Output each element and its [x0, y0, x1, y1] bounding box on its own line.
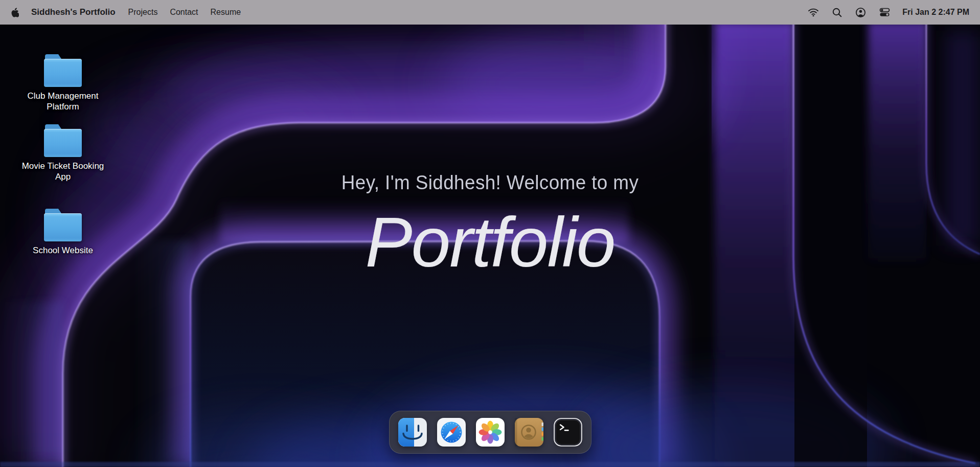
folder-body: [44, 129, 82, 157]
search-icon[interactable]: [832, 8, 842, 17]
folder-label: Movie Ticket Booking App: [19, 161, 106, 183]
control-center-icon[interactable]: [879, 8, 890, 17]
dock: [389, 411, 591, 454]
folder-label: Club Management Platform: [19, 91, 106, 113]
menu-item-resume[interactable]: Resume: [211, 8, 241, 17]
wallpaper: [0, 0, 980, 467]
dock-app-contacts[interactable]: [515, 418, 543, 447]
photos-icon: [476, 418, 505, 447]
dock-app-photos[interactable]: [476, 418, 505, 447]
folder-label: School Website: [33, 245, 93, 256]
desktop-screen: Siddhesh's Portfolio Projects Contact Re…: [0, 0, 980, 467]
desktop-folder-movie-ticket[interactable]: Movie Ticket Booking App: [19, 124, 106, 183]
menu-bar-left: Siddhesh's Portfolio Projects Contact Re…: [11, 7, 253, 17]
folder-icon: [44, 209, 82, 241]
apple-logo-icon[interactable]: [11, 8, 19, 17]
wifi-icon[interactable]: [808, 8, 819, 17]
desktop-folder-club-management[interactable]: Club Management Platform: [19, 54, 106, 113]
app-title: Siddhesh's Portfolio: [31, 7, 116, 17]
menu-clock[interactable]: Fri Jan 2 2:47 PM: [902, 8, 969, 17]
dock-app-safari[interactable]: [437, 418, 466, 447]
menu-item-projects[interactable]: Projects: [128, 8, 158, 17]
contacts-icon: [515, 418, 543, 447]
folder-body: [44, 59, 82, 87]
dock-app-terminal[interactable]: [554, 418, 582, 447]
terminal-icon: [554, 417, 582, 448]
folder-icon: [44, 54, 82, 87]
menu-bar-right: Fri Jan 2 2:47 PM: [794, 7, 969, 18]
account-icon[interactable]: [855, 7, 866, 18]
menu-item-contact[interactable]: Contact: [170, 8, 198, 17]
finder-icon: [398, 418, 427, 447]
dock-app-finder[interactable]: [398, 418, 427, 447]
menu-bar: Siddhesh's Portfolio Projects Contact Re…: [0, 0, 980, 25]
folder-icon: [44, 124, 82, 157]
safari-icon: [437, 418, 466, 447]
folder-body: [44, 213, 82, 241]
desktop-folder-school-website[interactable]: School Website: [19, 209, 106, 256]
